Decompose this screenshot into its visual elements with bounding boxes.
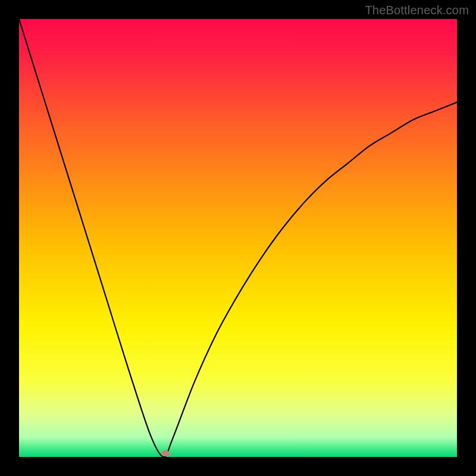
gradient-background xyxy=(19,19,457,457)
bottleneck-marker xyxy=(162,450,170,456)
chart-frame: TheBottleneck.com xyxy=(0,0,476,476)
bottleneck-chart-svg xyxy=(19,19,457,457)
plot-area xyxy=(19,19,457,457)
watermark-text: TheBottleneck.com xyxy=(365,4,469,17)
